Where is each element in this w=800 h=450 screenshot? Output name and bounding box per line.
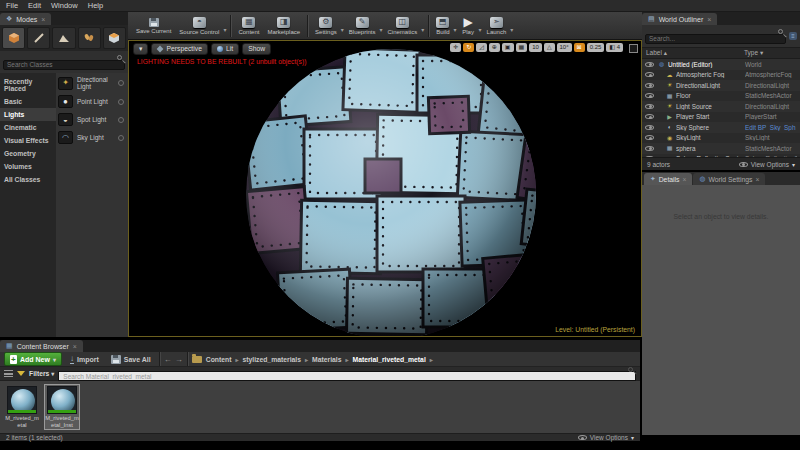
back-arrow-icon[interactable]: ← xyxy=(164,355,172,364)
category-volumes[interactable]: Volumes xyxy=(0,160,56,173)
visibility-eye-icon[interactable] xyxy=(645,146,654,151)
launch-button[interactable]: ➣ Launch xyxy=(483,13,511,39)
visibility-eye-icon[interactable] xyxy=(645,62,654,67)
outliner-row[interactable]: ▦ Floor StaticMeshActor xyxy=(642,91,800,102)
outliner-row[interactable]: ☀ DirectionalLight DirectionalLight xyxy=(642,80,800,91)
visibility-eye-icon[interactable] xyxy=(645,83,654,88)
breadcrumb-material-riveted-metal[interactable]: Material_riveted_metal xyxy=(352,356,425,363)
visibility-eye-icon[interactable] xyxy=(645,104,654,109)
surface-snap-icon[interactable]: ▣ xyxy=(502,43,514,52)
grid-snap-value[interactable]: 10 xyxy=(529,43,542,52)
build-caret-icon[interactable]: ▾ xyxy=(454,26,457,33)
drag-grip-icon[interactable] xyxy=(118,80,124,86)
perspective-button[interactable]: Perspective xyxy=(151,43,208,55)
show-button[interactable]: Show xyxy=(242,43,271,55)
content-button[interactable]: ▦ Content xyxy=(234,13,263,39)
label-column-header[interactable]: Label ▴ xyxy=(646,49,744,57)
add-new-button[interactable]: Add New ▾ xyxy=(4,352,62,366)
launch-caret-icon[interactable]: ▾ xyxy=(510,26,513,33)
cinematics-button[interactable]: ◫ Cinematics xyxy=(384,13,422,39)
close-icon[interactable]: × xyxy=(707,16,711,23)
close-icon[interactable]: × xyxy=(755,176,759,183)
asset-tile-material[interactable]: M_riveted_metal xyxy=(4,384,40,430)
filters-button[interactable]: Filters ▾ xyxy=(29,370,54,377)
rotate-tool-icon[interactable]: ↻ xyxy=(463,43,474,52)
menu-edit[interactable]: Edit xyxy=(28,1,41,10)
cb-view-options-button[interactable]: View Options ▾ xyxy=(578,434,634,441)
source-control-caret-icon[interactable]: ▾ xyxy=(223,26,226,33)
category-visual-effects[interactable]: Visual Effects xyxy=(0,134,56,147)
scale-tool-icon[interactable]: ◿ xyxy=(476,43,487,52)
save-all-button[interactable]: Save All xyxy=(107,354,155,365)
cinematics-caret-icon[interactable]: ▾ xyxy=(421,26,424,33)
modes-tab[interactable]: ❖ Modes × xyxy=(0,13,51,25)
directional-light-item[interactable]: ✦ Directional Light xyxy=(58,76,126,90)
viewport-options-button[interactable]: ▾ xyxy=(133,43,148,55)
marketplace-button[interactable]: ◨ Marketplace xyxy=(263,13,304,39)
visibility-eye-icon[interactable] xyxy=(645,93,654,98)
type-column-header[interactable]: Type ▾ xyxy=(744,49,796,57)
outliner-row[interactable]: ◉ SkyLight SkyLight xyxy=(642,133,800,144)
content-browser-tab[interactable]: ▦ Content Browser × xyxy=(0,340,83,352)
blueprints-button[interactable]: ✎ Blueprints xyxy=(345,13,380,39)
scale-snap-value[interactable]: 0.25 xyxy=(587,43,605,52)
modes-search-input[interactable] xyxy=(3,60,125,70)
build-button[interactable]: ⬒ Build xyxy=(432,13,453,39)
drag-grip-icon[interactable] xyxy=(118,99,124,105)
outliner-view-options-button[interactable]: View Options ▾ xyxy=(739,161,795,168)
category-lights[interactable]: Lights xyxy=(0,108,56,121)
category-recently-placed[interactable]: Recently Placed xyxy=(0,75,56,95)
category-geometry[interactable]: Geometry xyxy=(0,147,56,160)
breadcrumb-materials[interactable]: Materials xyxy=(312,356,341,363)
settings-button[interactable]: ⚙ Settings xyxy=(311,13,341,39)
settings-caret-icon[interactable]: ▾ xyxy=(341,26,344,33)
outliner-row[interactable]: ◐ Sky Sphere Edit BP_Sky_Sph xyxy=(642,122,800,133)
drag-grip-icon[interactable] xyxy=(118,135,124,141)
breadcrumb-stylized-materials[interactable]: stylized_materials xyxy=(242,356,301,363)
grid-snap-icon[interactable]: ▦ xyxy=(516,43,528,52)
details-tab[interactable]: ✦ Details × xyxy=(644,173,692,185)
visibility-eye-icon[interactable] xyxy=(645,125,654,130)
place-mode-button[interactable] xyxy=(2,27,25,49)
outliner-row[interactable]: ▶ Player Start PlayerStart xyxy=(642,112,800,123)
outliner-row[interactable]: ☀ Light Source DirectionalLight xyxy=(642,101,800,112)
menu-help[interactable]: Help xyxy=(88,1,103,10)
category-all-classes[interactable]: All Classes xyxy=(0,173,56,186)
visibility-eye-icon[interactable] xyxy=(645,135,654,140)
filter-funnel-icon[interactable] xyxy=(17,371,25,376)
menu-file[interactable]: File xyxy=(6,1,18,10)
visibility-eye-icon[interactable] xyxy=(645,72,654,77)
source-control-button[interactable]: ◓ Source Control xyxy=(175,13,223,39)
scale-snap-icon[interactable]: ⊠ xyxy=(574,43,585,52)
angle-snap-icon[interactable]: △ xyxy=(544,43,555,52)
visibility-eye-icon[interactable] xyxy=(645,114,654,119)
asset-search-input[interactable] xyxy=(58,371,636,381)
sources-panel-icon[interactable] xyxy=(4,370,13,377)
geometry-mode-button[interactable] xyxy=(103,27,126,49)
close-icon[interactable]: × xyxy=(682,176,686,183)
spot-light-item[interactable]: ◒ Spot Light xyxy=(58,113,126,126)
angle-snap-value[interactable]: 10° xyxy=(557,43,572,52)
close-icon[interactable]: × xyxy=(41,16,45,23)
outliner-row[interactable]: ▦ sphera StaticMeshActor xyxy=(642,143,800,154)
outliner-row[interactable]: ◍ Untitled (Editor) World xyxy=(642,59,800,70)
blueprints-caret-icon[interactable]: ▾ xyxy=(380,26,383,33)
import-button[interactable]: ↓ Import xyxy=(66,354,103,365)
menu-window[interactable]: Window xyxy=(51,1,78,10)
world-outliner-tab[interactable]: ▤ World Outliner × xyxy=(642,13,717,25)
paint-mode-button[interactable] xyxy=(27,27,50,49)
category-basic[interactable]: Basic xyxy=(0,95,56,108)
outliner-row[interactable]: ☁ Atmospheric Fog AtmosphericFog xyxy=(642,70,800,81)
sky-light-item[interactable]: ◠ Sky Light xyxy=(58,131,126,144)
landscape-mode-button[interactable] xyxy=(52,27,75,49)
world-settings-tab[interactable]: ◍ World Settings × xyxy=(693,173,765,185)
category-cinematic[interactable]: Cinematic xyxy=(0,121,56,134)
breadcrumb-content[interactable]: Content xyxy=(206,356,232,363)
edit-blueprint-link[interactable]: Edit BP_Sky_Sph xyxy=(745,124,797,131)
translate-tool-icon[interactable]: ✛ xyxy=(450,43,461,52)
play-button[interactable]: ▶ Play xyxy=(458,13,479,39)
lit-button[interactable]: Lit xyxy=(211,43,239,55)
point-light-item[interactable]: ● Point Light xyxy=(58,95,126,108)
asset-tile-material-instance[interactable]: M_riveted_metal_Inst xyxy=(44,384,80,430)
visibility-eye-icon[interactable] xyxy=(645,156,654,157)
